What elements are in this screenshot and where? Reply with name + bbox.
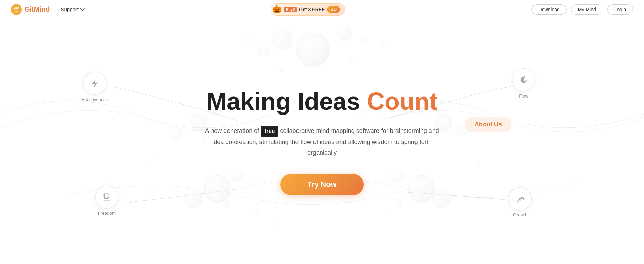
growth-icon	[515, 194, 525, 204]
growth-circle	[509, 187, 532, 210]
hero-section: Effectiveness Flow Freedom Growth Ab	[0, 19, 644, 264]
bubble-xs-2	[347, 56, 353, 63]
bubble-ml-2	[170, 128, 182, 140]
bubble-dot-4	[272, 223, 275, 226]
freedom-circle	[95, 186, 118, 209]
bubble-large-top	[296, 33, 330, 67]
feature-flow: Flow	[512, 68, 535, 99]
login-button[interactable]: Login	[607, 4, 633, 15]
bubble-dot-5	[476, 162, 480, 166]
hero-subtitle: A new generation of free collaborative m…	[200, 126, 444, 158]
navbar-left: GitMind Support	[11, 4, 85, 15]
bubble-xs-1	[279, 67, 284, 72]
bubble-med-2	[337, 26, 352, 41]
about-us-label: About Us	[475, 121, 502, 128]
hero-title: Making Ideas Count	[200, 88, 444, 115]
bubble-dot-6	[384, 209, 388, 213]
logo-text: GitMind	[24, 5, 50, 13]
promo-buy-label: Buy3	[284, 7, 297, 12]
chevron-down-icon	[80, 7, 85, 12]
growth-label: Growth	[513, 212, 527, 217]
lightning-icon	[90, 78, 100, 88]
freedom-label: Freedom	[98, 211, 116, 216]
svg-point-0	[11, 4, 22, 15]
download-button[interactable]: Download	[531, 4, 567, 15]
bubble-med-1	[272, 29, 292, 50]
try-now-button[interactable]: Try Now	[280, 174, 364, 195]
effectiveness-circle	[83, 72, 106, 95]
flow-circle	[512, 68, 535, 91]
effectiveness-label: Effectiveness	[82, 97, 108, 102]
feature-growth: Growth	[509, 187, 532, 217]
flow-label: Flow	[519, 93, 528, 99]
free-badge: free	[261, 126, 278, 137]
svg-point-1	[15, 7, 17, 9]
bubble-dot-1	[146, 162, 150, 166]
support-label: Support	[61, 6, 79, 12]
flow-icon	[519, 75, 528, 85]
logo[interactable]: GitMind	[11, 4, 50, 15]
bubble-xs-3	[245, 38, 249, 42]
hero-title-part1: Making Ideas	[206, 88, 367, 115]
hero-content: Making Ideas Count A new generation of f…	[200, 88, 444, 195]
about-us-tag[interactable]: About Us	[465, 117, 511, 132]
promo-go-button[interactable]: GO	[327, 6, 340, 13]
navbar: GitMind Support 🎃 Buy3 Get 3 FREE GO Dow…	[0, 0, 644, 19]
bubble-sm-2	[360, 36, 368, 43]
coffee-icon	[102, 192, 112, 202]
promo-text: Get 3 FREE	[299, 7, 325, 12]
feature-effectiveness: Effectiveness	[82, 72, 108, 102]
support-menu[interactable]: Support	[61, 6, 85, 12]
promo-emoji: 🎃	[272, 5, 282, 14]
promo-banner-wrapper: 🎃 Buy3 Get 3 FREE GO	[271, 3, 345, 16]
bubble-dot-3	[255, 209, 260, 214]
bubble-br-4	[394, 199, 402, 207]
bubble-xs-4	[381, 43, 386, 48]
bubble-dot-2	[156, 152, 160, 155]
feature-freedom: Freedom	[95, 186, 118, 216]
my-mind-button[interactable]: My Mind	[571, 4, 603, 15]
bubble-bl-4	[221, 199, 230, 208]
hero-title-accent: Count	[367, 88, 438, 115]
logo-icon	[11, 4, 22, 15]
bubble-sm-1	[258, 46, 269, 56]
subtitle-before: A new generation of	[205, 127, 261, 134]
navbar-right: Download My Mind Login	[531, 4, 633, 15]
promo-banner[interactable]: 🎃 Buy3 Get 3 FREE GO	[271, 3, 345, 16]
